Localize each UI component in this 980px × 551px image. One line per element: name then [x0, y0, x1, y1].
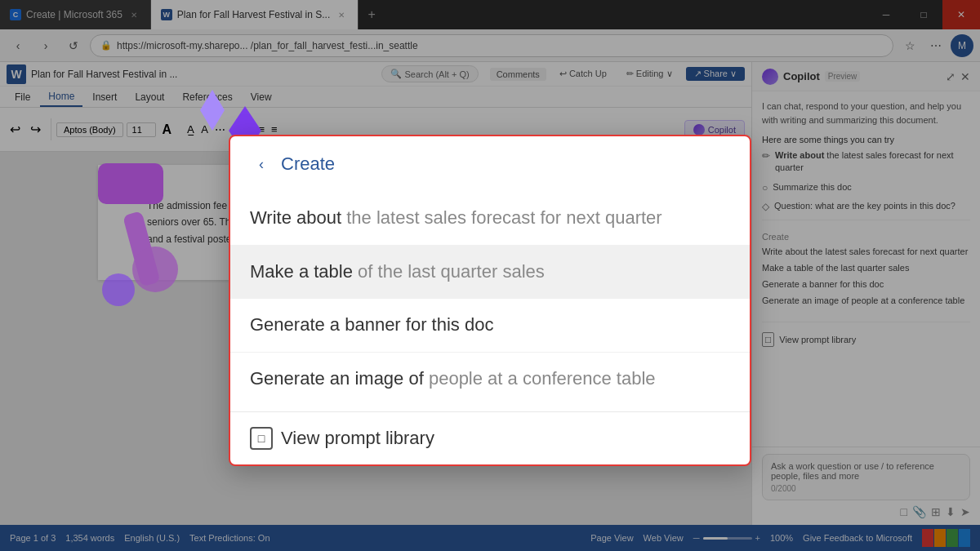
- create-option-3[interactable]: Generate a banner for this doc: [230, 299, 750, 352]
- view-prompt-library-modal[interactable]: □ View prompt library: [230, 411, 750, 464]
- create-option-2-prefix: Make a table: [250, 261, 358, 282]
- library-icon-modal: □: [250, 427, 273, 450]
- create-option-2[interactable]: Make a table of the last quarter sales: [230, 246, 750, 299]
- create-modal-header: ‹ Create: [230, 136, 750, 189]
- create-option-1-prefix: Write about: [250, 207, 346, 228]
- create-option-4-suffix: people at a conference table: [429, 368, 656, 389]
- modal-back-button[interactable]: ‹: [250, 153, 273, 176]
- create-option-3-text: Generate a banner for this doc: [250, 314, 493, 335]
- create-option-4-prefix: Generate an image of: [250, 368, 429, 389]
- prompt-library-modal-label: View prompt library: [281, 428, 434, 449]
- create-modal-title: Create: [281, 153, 335, 175]
- create-option-1[interactable]: Write about the latest sales forecast fo…: [230, 192, 750, 245]
- create-option-1-suffix: the latest sales forecast for next quart…: [346, 207, 662, 228]
- create-option-2-suffix: of the last quarter sales: [358, 261, 545, 282]
- create-modal: ‹ Create Write about the latest sales fo…: [229, 135, 751, 466]
- create-options-list: Write about the latest sales forecast fo…: [230, 189, 750, 408]
- create-option-4[interactable]: Generate an image of people at a confere…: [230, 353, 750, 406]
